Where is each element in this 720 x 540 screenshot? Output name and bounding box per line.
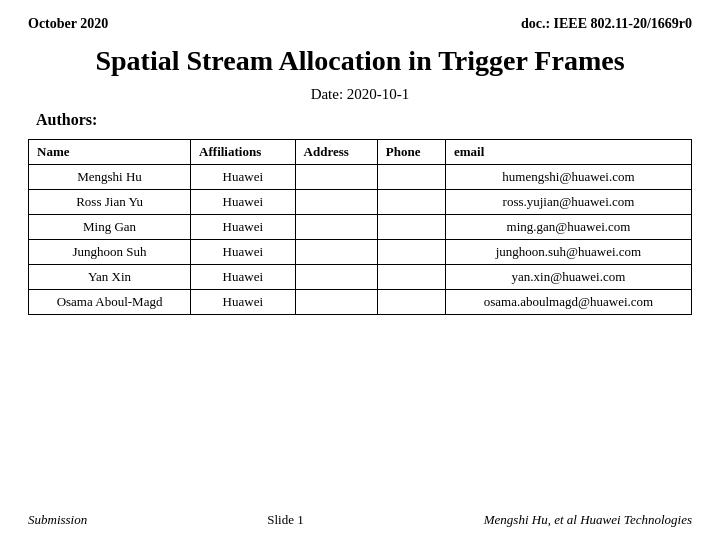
cell-email: ross.yujian@huawei.com <box>445 189 691 214</box>
cell-affiliation: Huawei <box>191 239 295 264</box>
cell-address <box>295 264 377 289</box>
date-line: Date: 2020-10-1 <box>28 86 692 103</box>
authors-table: Name Affiliations Address Phone email Me… <box>28 139 692 315</box>
cell-name: Ross Jian Yu <box>29 189 191 214</box>
cell-phone <box>377 189 445 214</box>
cell-affiliation: Huawei <box>191 264 295 289</box>
footer-slide: Slide 1 <box>267 512 303 528</box>
col-header-affiliations: Affiliations <box>191 139 295 164</box>
cell-email: ming.gan@huawei.com <box>445 214 691 239</box>
cell-phone <box>377 289 445 314</box>
col-header-name: Name <box>29 139 191 164</box>
cell-phone <box>377 264 445 289</box>
header-row: October 2020 doc.: IEEE 802.11-20/1669r0 <box>28 16 692 32</box>
cell-address <box>295 239 377 264</box>
header-doc: doc.: IEEE 802.11-20/1669r0 <box>521 16 692 32</box>
table-row: Osama Aboul-MagdHuaweiosama.aboulmagd@hu… <box>29 289 692 314</box>
cell-affiliation: Huawei <box>191 189 295 214</box>
page: October 2020 doc.: IEEE 802.11-20/1669r0… <box>0 0 720 540</box>
cell-email: humengshi@huawei.com <box>445 164 691 189</box>
table-row: Ross Jian YuHuaweiross.yujian@huawei.com <box>29 189 692 214</box>
header-date: October 2020 <box>28 16 108 32</box>
table-row: Ming GanHuaweiming.gan@huawei.com <box>29 214 692 239</box>
col-header-email: email <box>445 139 691 164</box>
cell-name: Mengshi Hu <box>29 164 191 189</box>
cell-name: Osama Aboul-Magd <box>29 289 191 314</box>
cell-affiliation: Huawei <box>191 164 295 189</box>
cell-address <box>295 214 377 239</box>
footer-author: Mengshi Hu, et al Huawei Technologies <box>484 512 692 528</box>
cell-phone <box>377 214 445 239</box>
table-row: Mengshi HuHuaweihumengshi@huawei.com <box>29 164 692 189</box>
cell-email: osama.aboulmagd@huawei.com <box>445 289 691 314</box>
cell-name: Ming Gan <box>29 214 191 239</box>
footer: Submission Slide 1 Mengshi Hu, et al Hua… <box>28 504 692 528</box>
authors-label: Authors: <box>36 111 692 129</box>
cell-phone <box>377 239 445 264</box>
col-header-phone: Phone <box>377 139 445 164</box>
cell-address <box>295 164 377 189</box>
table-row: Yan XinHuaweiyan.xin@huawei.com <box>29 264 692 289</box>
cell-name: Yan Xin <box>29 264 191 289</box>
cell-phone <box>377 164 445 189</box>
cell-affiliation: Huawei <box>191 214 295 239</box>
cell-address <box>295 189 377 214</box>
table-header-row: Name Affiliations Address Phone email <box>29 139 692 164</box>
cell-address <box>295 289 377 314</box>
footer-submission: Submission <box>28 512 87 528</box>
cell-name: Junghoon Suh <box>29 239 191 264</box>
cell-email: junghoon.suh@huawei.com <box>445 239 691 264</box>
cell-affiliation: Huawei <box>191 289 295 314</box>
cell-email: yan.xin@huawei.com <box>445 264 691 289</box>
table-row: Junghoon SuhHuaweijunghoon.suh@huawei.co… <box>29 239 692 264</box>
col-header-address: Address <box>295 139 377 164</box>
page-title: Spatial Stream Allocation in Trigger Fra… <box>28 44 692 78</box>
